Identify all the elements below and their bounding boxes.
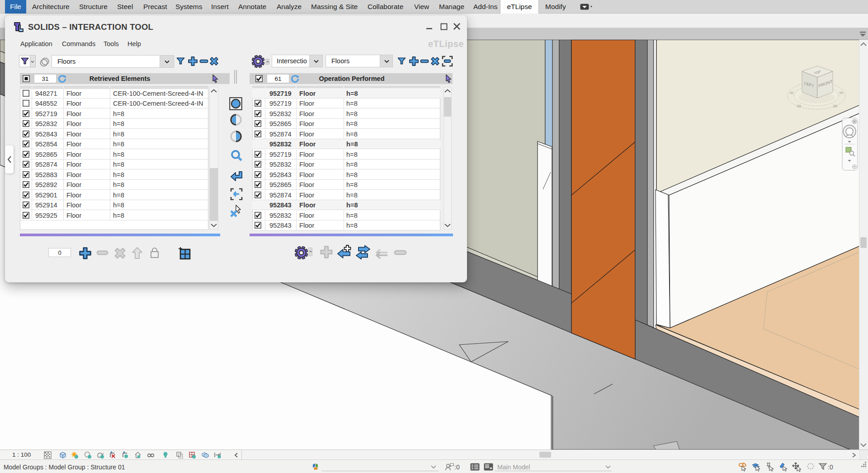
svg-text::0: :0 [828,464,833,471]
